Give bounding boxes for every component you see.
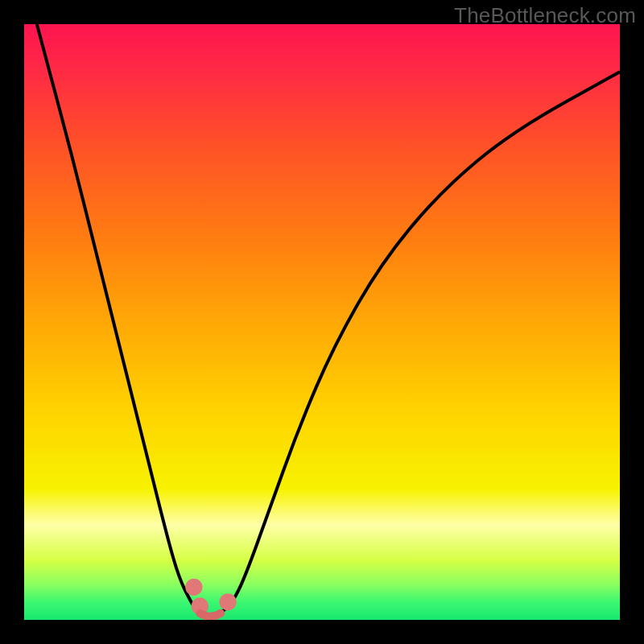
chart-svg (24, 24, 620, 620)
chart-plot-area (24, 24, 620, 620)
marker-left-top (185, 579, 202, 596)
valley-connector (200, 613, 221, 617)
marker-right-valley (219, 593, 236, 610)
chart-frame: TheBottleneck.com (0, 0, 644, 644)
